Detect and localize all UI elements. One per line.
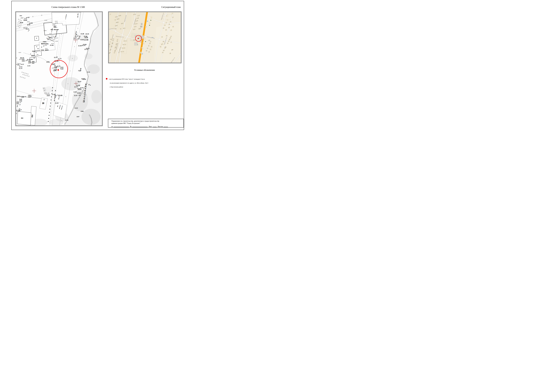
- streetlight-dot: [51, 99, 51, 100]
- svg-text:22.44: 22.44: [85, 33, 89, 35]
- scan-noise: [68, 55, 78, 61]
- point-symbol: [90, 85, 90, 85]
- svg-text:6/12 к1: 6/12 к1: [124, 40, 127, 42]
- svg-text:-22.60: -22.60: [19, 59, 21, 60]
- map-house: 5: [145, 26, 147, 28]
- svg-text:в: в: [29, 23, 30, 24]
- svg-text:Р: Р: [138, 36, 139, 38]
- streetlight-dot: [52, 87, 53, 88]
- svg-text:-21.46: -21.46: [54, 25, 56, 26]
- utility-dot: [68, 84, 68, 84]
- number-blank-field: [132, 126, 148, 127]
- svg-text:2135: 2135: [20, 99, 22, 100]
- svg-text:К: К: [36, 37, 37, 39]
- streetlight-dot: [51, 97, 52, 97]
- map-house: 26: [111, 46, 112, 48]
- svg-text:2240: 2240: [23, 19, 27, 21]
- legend-title: Условные обозначения: [108, 69, 181, 71]
- scan-noise: [45, 86, 53, 92]
- svg-text:-21.45: -21.45: [55, 27, 57, 28]
- svg-text:2311: 2311: [16, 103, 19, 104]
- streetlight-dot: [50, 106, 51, 106]
- svg-text:2кж: 2кж: [20, 15, 22, 16]
- svg-text:2288: 2288: [81, 111, 84, 112]
- svg-text:кол: кол: [30, 95, 32, 96]
- svg-text:21.83: 21.83: [75, 107, 78, 109]
- p-icon: Р: [138, 44, 138, 45]
- svg-text:-22.47: -22.47: [18, 52, 21, 53]
- svg-text:не действ.: не действ.: [46, 94, 50, 95]
- svg-text:2162: 2162: [16, 101, 19, 103]
- svg-text:-22.01: -22.01: [44, 45, 47, 46]
- sheets-label: Листов: [158, 126, 163, 127]
- svg-text:27: 27: [110, 41, 111, 42]
- map-house: 40: [115, 28, 117, 29]
- date-blank-field: [114, 126, 129, 127]
- genplan-title: Схема генерального плана М 1:500: [25, 6, 112, 8]
- utility-dot: [75, 42, 76, 42]
- svg-text:21.82: 21.82: [50, 44, 54, 46]
- svg-text:21.75: 21.75: [57, 65, 60, 67]
- utility-dot: [72, 58, 72, 59]
- utility-dot: [78, 28, 78, 28]
- kiosk-location-dot: [138, 38, 139, 39]
- svg-text:м: м: [31, 96, 31, 97]
- svg-text:10: 10: [141, 23, 142, 25]
- map-house: 18: [109, 53, 110, 54]
- svg-text:26: 26: [111, 46, 112, 48]
- svg-text:23: 23: [109, 44, 110, 45]
- map-house: 30: [111, 43, 113, 44]
- map-house: 21: [109, 46, 110, 47]
- svg-text:6а/1: 6а/1: [133, 39, 135, 41]
- svg-text:2236: 2236: [20, 22, 23, 23]
- svg-text:маг.: маг.: [37, 48, 39, 49]
- svg-text:22.93: 22.93: [78, 89, 81, 90]
- svg-text:17: 17: [88, 84, 90, 85]
- svg-text:21.61: 21.61: [55, 102, 59, 104]
- svg-text:21: 21: [114, 52, 115, 53]
- sitplan-title: Ситуационный план: [108, 6, 183, 8]
- svg-text:2218: 2218: [43, 41, 46, 42]
- title-block-line-1: Управление по строительству, архитектуре…: [111, 120, 184, 122]
- svg-text:Р: Р: [138, 44, 138, 45]
- svg-text:2222: 2222: [22, 59, 24, 60]
- svg-text:КН: КН: [31, 115, 34, 118]
- kiosk-location-dot: [57, 69, 59, 71]
- map-house: 35: [117, 41, 118, 42]
- map-house: 11: [109, 14, 111, 15]
- genplan-map: КНмаг. Магнитц. плиткамаг. МаККмаг.Км-нК…: [16, 12, 102, 125]
- svg-text:А: А: [34, 57, 35, 59]
- svg-text:чуг 100: чуг 100: [46, 92, 49, 94]
- bus-icon: [147, 21, 148, 22]
- svg-text:2205: 2205: [46, 61, 49, 63]
- svg-text:21.73: 21.73: [84, 49, 88, 50]
- svg-text:22.89: 22.89: [77, 92, 81, 94]
- title-block-line-2: администрации МО "Город Астрахань": [111, 122, 184, 124]
- plan-building: М: [43, 87, 45, 89]
- svg-text:2157: 2157: [76, 116, 79, 117]
- svg-text:21.93: 21.93: [76, 84, 80, 86]
- scan-noise: [91, 90, 102, 103]
- svg-text:21.80: 21.80: [60, 68, 63, 70]
- svg-text:35: 35: [117, 41, 118, 42]
- svg-text:А: А: [43, 45, 44, 47]
- svg-text:2203: 2203: [45, 49, 48, 51]
- svg-text:-21.79: -21.79: [52, 39, 55, 40]
- svg-text:22.41: 22.41: [20, 57, 24, 59]
- svg-text:22.82: 22.82: [83, 78, 86, 80]
- svg-text:21.74: 21.74: [78, 70, 81, 71]
- svg-text:2228: 2228: [32, 50, 35, 52]
- sheet-blank-field: [153, 126, 157, 127]
- svg-text:-22.46: -22.46: [44, 20, 47, 21]
- map-house: 6а/1: [133, 39, 135, 41]
- svg-text:А: А: [55, 90, 56, 91]
- utility-dot: [77, 33, 77, 33]
- svg-text:30: 30: [112, 43, 113, 44]
- svg-text:22.21: 22.21: [19, 66, 22, 68]
- svg-text:2227: 2227: [31, 55, 35, 56]
- title-block-fields: от№ЛистЛистов: [111, 125, 184, 128]
- svg-text:К: К: [36, 52, 36, 53]
- map-house: 34: [112, 40, 114, 41]
- svg-text:22.02: 22.02: [60, 67, 63, 68]
- number-label: №: [130, 126, 132, 127]
